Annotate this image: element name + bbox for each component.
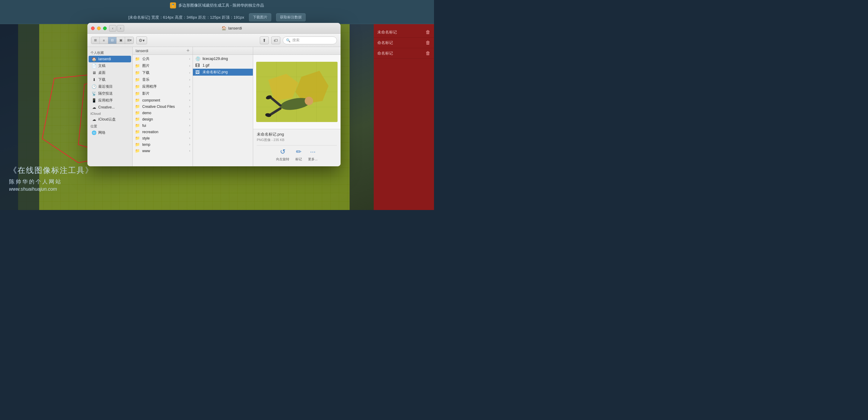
minimize-button[interactable] [97, 27, 101, 30]
gif-icon: 🎞 [195, 63, 201, 68]
share-btn[interactable]: ⬆ [260, 36, 269, 44]
folder-style[interactable]: 📁 style › [133, 135, 193, 141]
sidebar-item-icloud[interactable]: ☁ iCloud云盘 [89, 116, 131, 123]
chevron-icon: › [189, 99, 190, 102]
folder-label: design [142, 117, 153, 122]
sidebar-item-lanserdi[interactable]: 🏠 lanserdi [89, 56, 131, 62]
folder-recreation[interactable]: 📁 recreation › [133, 129, 193, 135]
action-menu-btn[interactable]: ⚙▾ [136, 36, 147, 44]
sidebar-label-applications: 应用程序 [98, 98, 113, 103]
list-view-btn[interactable]: ≡ [100, 37, 108, 44]
col1-header: lanserdi + [133, 47, 193, 55]
rotate-left-icon: ↺ [280, 148, 285, 156]
view-toggle-group: ⊞ ≡ ⊟ ▣ ⊞▾ [91, 37, 134, 44]
folder-www[interactable]: 📁 www › [133, 148, 193, 154]
folder-label: style [142, 136, 150, 140]
folder-downloads[interactable]: 📁 下载 › [133, 69, 193, 76]
close-button[interactable] [91, 27, 95, 30]
app-title: 多边形图像区域裁切生成工具 - 陈帅华的独立作品 [179, 3, 264, 8]
gallery-view-btn[interactable]: ▣ [117, 37, 125, 44]
folder-label: 图片 [142, 63, 150, 68]
folder-gong[interactable]: 📁 公共 › [133, 56, 193, 62]
get-annotation-button[interactable]: 获取标注数据 [276, 13, 306, 22]
folder-music[interactable]: 📁 音乐 › [133, 76, 193, 83]
folder-icon: 📁 [135, 57, 141, 61]
chevron-icon: › [189, 85, 190, 88]
sidebar-item-downloads[interactable]: ⬇ 下载 [89, 76, 131, 83]
folder-component[interactable]: 📁 component › [133, 97, 193, 103]
icon-view-btn[interactable]: ⊞ [91, 37, 100, 44]
zoom-button[interactable] [103, 27, 107, 30]
recent-icon: 🕐 [92, 84, 96, 89]
column-view-btn[interactable]: ⊟ [108, 37, 117, 44]
rotate-left-action[interactable]: ↺ 向左旋转 [276, 148, 289, 161]
file-1gif[interactable]: 🎞 1.gif [193, 62, 253, 69]
folder-label: 下载 [142, 70, 150, 75]
back-arrow[interactable]: ‹ [109, 25, 116, 32]
annotation-item-1[interactable]: 未命名标记 🗑 [374, 27, 434, 38]
annotation-item-3[interactable]: 命名标记 🗑 [374, 48, 434, 59]
preview-actions: ↺ 向左旋转 ✏ 标记 ··· 更多... [257, 145, 337, 164]
sidebar-item-desktop[interactable]: 🖥 桌面 [89, 69, 131, 76]
chevron-icon: › [189, 64, 190, 67]
sidebar-label-downloads: 下载 [98, 77, 105, 82]
tag-btn[interactable]: 🏷 [271, 36, 280, 44]
status-text: [未命名标记] 宽度：614px 高度：346px 距左：125px 距顶：19… [128, 15, 244, 20]
view-options-btn[interactable]: ⊞▾ [125, 37, 133, 44]
airdrop-icon: 📡 [92, 91, 96, 96]
sidebar-item-airdrop[interactable]: 📡 隔空投送 [89, 90, 131, 97]
folder-design[interactable]: 📁 design › [133, 116, 193, 122]
folder-fui[interactable]: 📁 fui › [133, 122, 193, 129]
sidebar-item-documents[interactable]: 📄 文稿 [89, 62, 131, 69]
finder-title-text: lanserdi [228, 26, 242, 30]
file-label: 未命名标记.png [203, 70, 227, 75]
delete-annotation-3[interactable]: 🗑 [426, 51, 430, 56]
search-box[interactable]: 🔍 搜索 [283, 36, 337, 44]
file-licecap[interactable]: 💿 licecap129.dmg [193, 56, 253, 62]
finder-sidebar: 个人收藏 🏠 lanserdi 📄 文稿 🖥 桌面 ⬇ 下载 🕐 最近项目 [87, 47, 133, 166]
forward-arrow[interactable]: › [117, 25, 124, 32]
search-icon: 🔍 [286, 38, 290, 42]
column-1: lanserdi + 📁 公共 › 📁 图片 › 📁 [133, 47, 193, 166]
sidebar-item-network[interactable]: 🌐 网络 [89, 129, 131, 136]
preview-header [253, 47, 341, 55]
col1-items-list: 📁 公共 › 📁 图片 › 📁 下载 › 📁 [133, 55, 193, 166]
folder-temp[interactable]: 📁 temp › [133, 141, 193, 148]
folder-label: component [142, 98, 160, 102]
folder-label: Creative Cloud Files [142, 104, 175, 109]
folder-icon: 📁 [135, 110, 141, 115]
file-label: 1.gif [203, 63, 210, 67]
column-view: lanserdi + 📁 公共 › 📁 图片 › 📁 [133, 47, 341, 166]
folder-pictures[interactable]: 📁 图片 › [133, 62, 193, 69]
markup-action[interactable]: ✏ 标记 [296, 148, 302, 161]
folder-demo[interactable]: 📁 demo › [133, 110, 193, 116]
sidebar-item-creative[interactable]: ☁ Creative... [89, 104, 131, 110]
chevron-icon: › [189, 136, 190, 140]
chevron-icon: › [189, 92, 190, 95]
sidebar-label-creative: Creative... [98, 105, 115, 109]
folder-label: fui [142, 124, 146, 128]
folder-apps[interactable]: 📁 应用程序 › [133, 83, 193, 90]
download-image-button[interactable]: 下载图片 [249, 13, 271, 22]
more-action[interactable]: ··· 更多... [308, 148, 317, 161]
annotation-label-2: 命名标记 [377, 40, 393, 45]
icloud-icon: ☁ [92, 117, 96, 122]
preview-footer: 未命名标记.png PNG图像 - 235 KB ↺ 向左旋转 ✏ 标记 ··· [253, 129, 341, 166]
file-unnamed-png[interactable]: 🖼 未命名标记.png [193, 69, 253, 76]
delete-annotation-2[interactable]: 🗑 [426, 40, 430, 45]
folder-label: www [142, 149, 150, 153]
sidebar-item-recent[interactable]: 🕐 最近项目 [89, 83, 131, 90]
folder-movies[interactable]: 📁 影片 › [133, 90, 193, 97]
folder-label: demo [142, 111, 151, 115]
sidebar-item-applications[interactable]: 📱 应用程序 [89, 97, 131, 104]
sidebar-label-network: 网络 [98, 130, 105, 135]
add-button[interactable]: + [186, 47, 190, 54]
annotation-label-1: 未命名标记 [377, 30, 397, 35]
annotation-item-2[interactable]: 命名标记 🗑 [374, 38, 434, 48]
folder-icon: 📁 [135, 142, 141, 147]
preview-filename: 未命名标记.png [257, 132, 337, 137]
sidebar-label-recent: 最近项目 [98, 84, 113, 89]
delete-annotation-1[interactable]: 🗑 [426, 30, 430, 35]
markup-icon: ✏ [296, 148, 301, 156]
folder-ccfiles[interactable]: 📁 Creative Cloud Files › [133, 103, 193, 110]
